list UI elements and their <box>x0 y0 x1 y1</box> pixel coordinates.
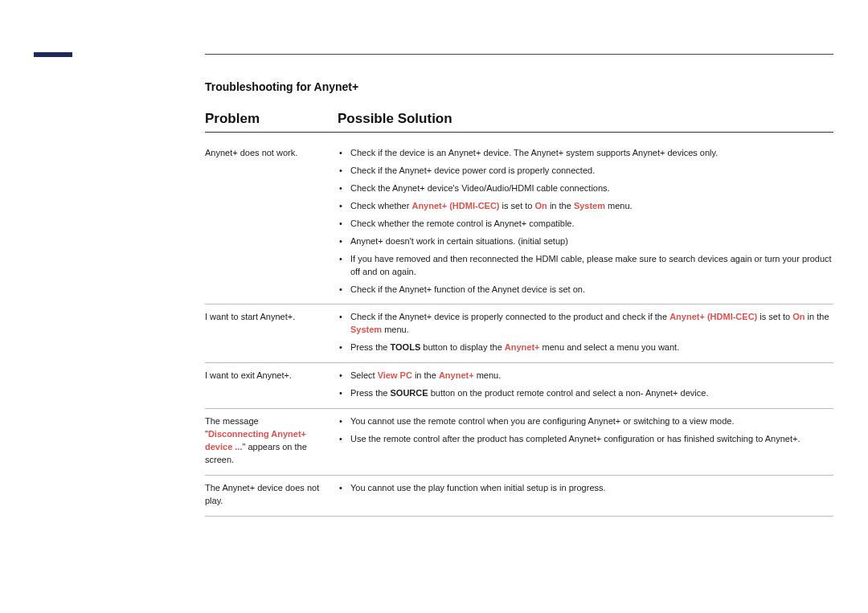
solution-cell: You cannot use the play function when in… <box>338 482 833 508</box>
table-row: Anynet+ does not work.Check if the devic… <box>205 141 833 304</box>
solution-list: Check if the device is an Anynet+ device… <box>338 147 833 296</box>
problem-cell: Anynet+ does not work. <box>205 147 338 296</box>
table-row: I want to exit Anynet+.Select View PC in… <box>205 363 833 409</box>
solution-item: You cannot use the play function when in… <box>338 482 833 495</box>
page: Troubleshooting for Anynet+ Problem Poss… <box>0 0 868 613</box>
top-rule <box>205 54 833 55</box>
solution-cell: Check if the device is an Anynet+ device… <box>338 147 833 296</box>
solution-item: Check if the Anynet+ device is properly … <box>338 311 833 337</box>
solution-item: Check if the Anynet+ function of the Any… <box>338 284 833 296</box>
solution-item: Check if the device is an Anynet+ device… <box>338 147 833 160</box>
solution-item: Check the Anynet+ device's Video/Audio/H… <box>338 182 833 195</box>
solution-item: If you have removed and then reconnected… <box>338 253 833 279</box>
solution-item: Use the remote control after the product… <box>338 433 833 446</box>
solution-list: Select View PC in the Anynet+ menu.Press… <box>338 370 833 400</box>
problem-cell: The Anynet+ device does not play. <box>205 482 338 508</box>
solution-item: Press the SOURCE button on the product r… <box>338 387 833 400</box>
section-title: Troubleshooting for Anynet+ <box>205 80 833 93</box>
solution-list: Check if the Anynet+ device is properly … <box>338 311 833 354</box>
table-row: I want to start Anynet+.Check if the Any… <box>205 304 833 363</box>
header-problem: Problem <box>205 111 338 127</box>
content-area: Troubleshooting for Anynet+ Problem Poss… <box>205 80 833 517</box>
solution-cell: Select View PC in the Anynet+ menu.Press… <box>338 370 833 400</box>
table-body: Anynet+ does not work.Check if the devic… <box>205 141 833 517</box>
solution-list: You cannot use the play function when in… <box>338 482 833 495</box>
solution-item: Check if the Anynet+ device power cord i… <box>338 165 833 178</box>
accent-bar <box>34 52 72 57</box>
solution-cell: You cannot use the remote control when y… <box>338 415 833 467</box>
solution-item: Check whether the remote control is Anyn… <box>338 218 833 231</box>
header-solution: Possible Solution <box>338 111 833 127</box>
solution-list: You cannot use the remote control when y… <box>338 415 833 446</box>
solution-item: Press the TOOLS button to display the An… <box>338 341 833 354</box>
table-headers: Problem Possible Solution <box>205 111 833 133</box>
solution-item: You cannot use the remote control when y… <box>338 415 833 428</box>
problem-cell: I want to start Anynet+. <box>205 311 338 354</box>
problem-cell: The message "Disconnecting Anynet+ devic… <box>205 415 338 467</box>
solution-item: Anynet+ doesn't work in certain situatio… <box>338 235 833 248</box>
solution-item: Check whether Anynet+ (HDMI-CEC) is set … <box>338 200 833 213</box>
table-row: The message "Disconnecting Anynet+ devic… <box>205 409 833 476</box>
solution-item: Select View PC in the Anynet+ menu. <box>338 370 833 382</box>
problem-cell: I want to exit Anynet+. <box>205 370 338 400</box>
solution-cell: Check if the Anynet+ device is properly … <box>338 311 833 354</box>
table-row: The Anynet+ device does not play.You can… <box>205 476 833 517</box>
